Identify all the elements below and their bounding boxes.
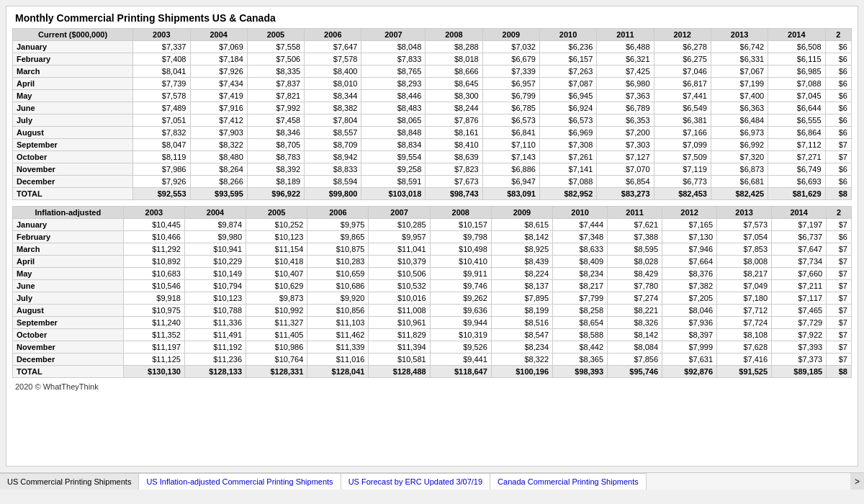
table-cell: $9,918 (123, 292, 184, 305)
table-cell: $7,339 (482, 66, 539, 78)
table-cell: $8,142 (608, 329, 662, 341)
inflation-header: Inflation-adjusted (13, 207, 124, 219)
table-cell: $8,410 (426, 139, 482, 151)
table-cell: $8 (825, 188, 851, 200)
table-cell: $6,992 (711, 139, 768, 151)
row-label: October (13, 329, 124, 341)
table-cell: $7,903 (190, 127, 247, 139)
table-cell: $6,742 (711, 41, 768, 53)
table-cell: $8,516 (491, 317, 552, 329)
table-cell: $7,303 (597, 139, 654, 151)
table-cell: $8,047 (133, 139, 190, 151)
table-cell: $7,263 (539, 66, 596, 78)
table-cell: $9,873 (246, 292, 307, 305)
table-cell: $6,236 (539, 41, 596, 53)
tab-canada[interactable]: Canada Commercial Printing Shipments (490, 473, 647, 490)
table-cell: $10,498 (430, 243, 491, 256)
table-cell: $10,941 (184, 243, 246, 256)
table-cell: $10,975 (123, 305, 184, 317)
table-cell: $7,320 (711, 151, 768, 163)
table-cell: $7,166 (654, 127, 711, 139)
table-cell: $7,141 (539, 163, 596, 176)
row-label: March (13, 66, 133, 78)
table-cell: $9,957 (369, 231, 430, 243)
current-header: Current ($000,000) (13, 29, 133, 41)
tab-us-forecast[interactable]: US Forecast by ERC Updated 3/07/19 (341, 473, 490, 490)
table-cell: $11,352 (123, 329, 184, 341)
table-cell: $7,804 (305, 114, 361, 127)
table-cell: $9,258 (361, 163, 426, 176)
row-label: September (13, 317, 124, 329)
table-cell: $7,926 (190, 66, 247, 78)
year-2013: 2013 (711, 29, 768, 41)
table-cell: $7,441 (654, 90, 711, 102)
table-cell: $7 (827, 317, 852, 329)
table-cell: $7,205 (662, 292, 717, 305)
table-cell: $8,376 (662, 268, 717, 280)
table-cell: $8,293 (361, 78, 426, 90)
copyright-text: 2020 © WhatTheyThink (12, 378, 852, 395)
table-cell: $10,794 (184, 280, 246, 292)
row-label: April (13, 78, 133, 90)
table-cell: $8,041 (133, 66, 190, 78)
table-cell: $6,681 (711, 176, 768, 188)
table-cell: $82,425 (711, 188, 768, 200)
table-cell: $7,308 (539, 139, 596, 151)
table-cell: $7,165 (662, 219, 717, 231)
table-cell: $7,180 (717, 292, 772, 305)
table-cell: $8,483 (361, 102, 426, 114)
table-cell: $8,048 (361, 41, 426, 53)
table-cell: $8,705 (247, 139, 304, 151)
table-cell: $11,405 (246, 329, 307, 341)
table-cell: $7,986 (133, 163, 190, 176)
table-cell: $7 (827, 243, 852, 256)
row-label: August (13, 305, 124, 317)
table-cell: $10,149 (184, 268, 246, 280)
table-cell: $8,018 (426, 53, 482, 66)
table-cell: $7,558 (247, 41, 304, 53)
table-cell: $7,509 (654, 151, 711, 163)
table-cell: $7,647 (772, 243, 827, 256)
table-cell: $7,856 (608, 354, 662, 366)
table-cell: $128,488 (369, 366, 430, 378)
table-cell: $9,526 (430, 341, 491, 354)
table-cell: $11,462 (307, 329, 369, 341)
table-cell: $9,798 (430, 231, 491, 243)
table-cell: $7,363 (597, 90, 654, 102)
table-cell: $11,336 (184, 317, 246, 329)
table-cell: $7,110 (482, 139, 539, 151)
table-cell: $8,199 (491, 305, 552, 317)
tab-nav-next-button[interactable]: > (850, 473, 864, 490)
table-cell: $10,445 (123, 219, 184, 231)
table-cell: $6,321 (597, 53, 654, 66)
table-cell: $6,886 (482, 163, 539, 176)
table-cell: $95,746 (608, 366, 662, 378)
table-cell: $7,628 (717, 341, 772, 354)
tab-us-commercial[interactable]: US Commercial Printing Shipments (0, 473, 139, 490)
table-cell: $7,833 (361, 53, 426, 66)
table-cell: $8,633 (553, 243, 608, 256)
table-cell: $10,629 (246, 280, 307, 292)
table-cell: $10,466 (123, 231, 184, 243)
table-cell: $7,337 (133, 41, 190, 53)
table-cell: $10,407 (246, 268, 307, 280)
table-cell: $7,734 (772, 256, 827, 268)
table-cell: $11,240 (123, 317, 184, 329)
year-partial: 2 (825, 29, 851, 41)
table-cell: $8,591 (361, 176, 426, 188)
table-cell: $6,555 (768, 114, 825, 127)
table-cell: $7,088 (539, 176, 596, 188)
table-cell: $81,629 (768, 188, 825, 200)
table-cell: $7,045 (768, 90, 825, 102)
table-cell: $8,666 (426, 66, 482, 78)
table-cell: $7,876 (426, 114, 482, 127)
table-cell: $7,631 (662, 354, 717, 366)
table-cell: $7,823 (426, 163, 482, 176)
tab-us-inflation[interactable]: US Inflation-adjusted Commercial Printin… (139, 473, 341, 490)
table-cell: $7,673 (426, 176, 482, 188)
table-cell: $11,125 (123, 354, 184, 366)
year-2008: 2008 (426, 29, 482, 41)
table-wrapper: Current ($000,000) 2003 2004 2005 2006 2… (12, 28, 852, 395)
table-cell: $6,873 (711, 163, 768, 176)
table-cell: $8,615 (491, 219, 552, 231)
